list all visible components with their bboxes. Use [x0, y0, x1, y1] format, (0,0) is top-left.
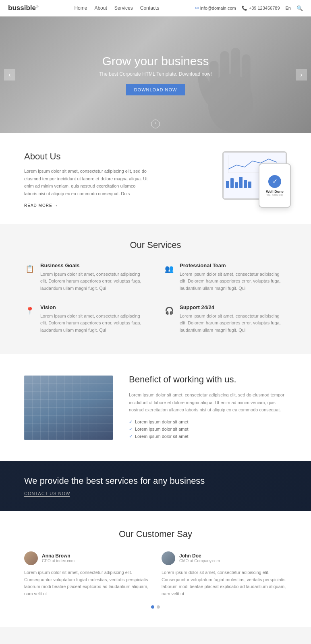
- service-title-1: Professional Team: [180, 262, 287, 268]
- professional-team-icon: 👥: [164, 263, 175, 275]
- services-section: Our Services 📋 Business Goals Lorem ipsu…: [0, 224, 311, 354]
- vision-icon: 📍: [24, 305, 35, 316]
- testimonial-header-1: John Doe CMO at Company.com: [162, 551, 287, 565]
- building-pattern: [24, 376, 113, 440]
- service-item-1: 👥 Professional Team Lorem ipsum dolor si…: [164, 262, 287, 292]
- svg-rect-2: [220, 51, 229, 103]
- about-title: About Us: [24, 151, 149, 162]
- slider-next-button[interactable]: ›: [296, 69, 307, 80]
- phone-icon: 📞: [242, 6, 247, 11]
- support-icon: 🎧: [164, 305, 175, 316]
- cta-link[interactable]: CONTACT US NOW: [24, 491, 70, 497]
- benefit-list-item-0: Lorem ipsum dolor sit amet: [129, 419, 287, 425]
- well-done-text: Well Done: [266, 190, 283, 194]
- testimonials-section: Our Customer Say Anna Brown CEO at index…: [0, 511, 311, 627]
- testimonial-header-0: Anna Brown CEO at index.com: [24, 551, 149, 565]
- benefit-paragraph: Lorem ipsum dolor sit amet, consectetur …: [129, 391, 287, 414]
- services-grid: 📋 Business Goals Lorem ipsum dolor sit a…: [24, 262, 287, 334]
- email-icon: ✉: [195, 6, 199, 11]
- check-icon: ✓: [268, 175, 281, 188]
- header-email: ✉ info@domain.com: [195, 6, 236, 11]
- testimonial-meta-0: Anna Brown CEO at index.com: [42, 553, 75, 563]
- nav-home[interactable]: Home: [74, 5, 87, 11]
- business-goals-icon: 📋: [24, 263, 35, 275]
- hero-title: Grow your business: [99, 54, 211, 68]
- header-right: ✉ info@domain.com 📞 +39 123456789 En 🔍: [195, 5, 303, 11]
- logo: bussible®: [8, 4, 39, 12]
- service-title-2: Vision: [40, 304, 147, 310]
- service-content-0: Business Goals Lorem ipsum dolor sit ame…: [40, 262, 147, 292]
- svg-rect-3: [231, 48, 240, 103]
- benefit-list-item-1: Lorem ipsum dolor sit amet: [129, 427, 287, 432]
- service-item-0: 📋 Business Goals Lorem ipsum dolor sit a…: [24, 262, 147, 292]
- service-text-0: Lorem ipsum dolor sit amet, consectetur …: [40, 271, 147, 292]
- benefit-title: Benefict of working with us.: [129, 374, 287, 386]
- testimonial-text-1: Lorem ipsum dolor sit amet, consectetur …: [162, 569, 287, 597]
- benefit-list-item-2: Lorem ipsum dolor sit amet: [129, 434, 287, 439]
- about-text: About Us Lorem ipsum dolor sit amet, con…: [24, 151, 149, 208]
- site-header: bussible® Home About Services Contacts ✉…: [0, 0, 311, 17]
- avatar-0: [24, 551, 38, 565]
- nav-services[interactable]: Services: [114, 5, 133, 11]
- service-text-1: Lorem ipsum dolor sit amet, consectetur …: [180, 271, 287, 292]
- cta-banner: We provide the best services for any bus…: [0, 461, 311, 511]
- phone-mockup: ✓ Well Done You earn 13$: [259, 163, 291, 208]
- benefit-image: ▶: [24, 376, 113, 440]
- benefit-list: Lorem ipsum dolor sit amet Lorem ipsum d…: [129, 419, 287, 439]
- about-image-area: ✓ Well Done You earn 13$: [162, 151, 287, 200]
- testimonial-dots: [24, 605, 287, 609]
- testimonial-item-0: Anna Brown CEO at index.com Lorem ipsum …: [24, 551, 149, 597]
- about-read-more[interactable]: READ MORE →: [24, 203, 149, 208]
- nav-about[interactable]: About: [94, 5, 107, 11]
- slider-prev-button[interactable]: ‹: [4, 69, 15, 80]
- hero-scroll-down[interactable]: ˅: [151, 120, 160, 128]
- testimonial-text-0: Lorem ipsum dolor sit amet, consectetur …: [24, 569, 149, 597]
- testimonials-grid: Anna Brown CEO at index.com Lorem ipsum …: [24, 551, 287, 597]
- logo-sup: ®: [36, 5, 39, 9]
- service-text-3: Lorem ipsum dolor sit amet, consectetur …: [180, 313, 287, 334]
- main-nav: Home About Services Contacts: [74, 5, 159, 11]
- service-item-2: 📍 Vision Lorem ipsum dolor sit amet, con…: [24, 304, 147, 334]
- news-section: Our News Meetup In Rome Lorem ipsum dolo…: [0, 627, 311, 644]
- benefit-text: Benefict of working with us. Lorem ipsum…: [113, 374, 287, 441]
- benefit-section: ▶ Benefict of working with us. Lorem ips…: [0, 354, 311, 461]
- testimonial-dot-0[interactable]: [151, 605, 154, 609]
- services-title: Our Services: [24, 240, 287, 250]
- language-selector[interactable]: En: [286, 6, 291, 10]
- testimonial-dot-1[interactable]: [157, 605, 160, 609]
- service-title-0: Business Goals: [40, 262, 147, 268]
- hero-content: Grow your business The best Corporate HT…: [99, 54, 211, 95]
- testimonial-meta-1: John Doe CMO at Company.com: [179, 553, 220, 563]
- you-earn-text: You earn 13$: [266, 194, 283, 196]
- hero-subtitle: The best Corporate HTML Template. Downlo…: [99, 71, 211, 77]
- cta-title: We provide the best services for any bus…: [24, 476, 287, 486]
- svg-rect-4: [242, 54, 251, 103]
- testimonial-name-0: Anna Brown: [42, 553, 75, 559]
- hero-cta-button[interactable]: DOWNLOAD NOW: [126, 84, 185, 95]
- hero-slider: Grow your business The best Corporate HT…: [0, 17, 311, 133]
- service-content-3: Support 24/24 Lorem ipsum dolor sit amet…: [180, 304, 287, 334]
- testimonials-title: Our Customer Say: [24, 529, 287, 539]
- testimonial-name-1: John Doe: [179, 553, 220, 559]
- service-content-2: Vision Lorem ipsum dolor sit amet, conse…: [40, 304, 147, 334]
- service-title-3: Support 24/24: [180, 304, 287, 310]
- nav-contacts[interactable]: Contacts: [140, 5, 159, 11]
- search-button[interactable]: 🔍: [296, 5, 303, 11]
- about-section: About Us Lorem ipsum dolor sit amet, con…: [0, 133, 311, 224]
- avatar-image-1: [162, 551, 175, 565]
- about-paragraph: Lorem ipsum dolor sit amet, consectetur …: [24, 167, 149, 198]
- logo-text: bussible: [8, 4, 36, 12]
- avatar-image-0: [24, 551, 38, 565]
- arrow-right-icon: →: [54, 203, 58, 208]
- testimonial-role-0: CEO at index.com: [42, 559, 75, 563]
- service-content-1: Professional Team Lorem ipsum dolor sit …: [180, 262, 287, 292]
- service-item-3: 🎧 Support 24/24 Lorem ipsum dolor sit am…: [164, 304, 287, 334]
- testimonial-role-1: CMO at Company.com: [179, 559, 220, 563]
- service-text-2: Lorem ipsum dolor sit amet, consectetur …: [40, 313, 147, 334]
- avatar-1: [162, 551, 175, 565]
- header-phone: 📞 +39 123456789: [242, 6, 280, 11]
- testimonial-item-1: John Doe CMO at Company.com Lorem ipsum …: [162, 551, 287, 597]
